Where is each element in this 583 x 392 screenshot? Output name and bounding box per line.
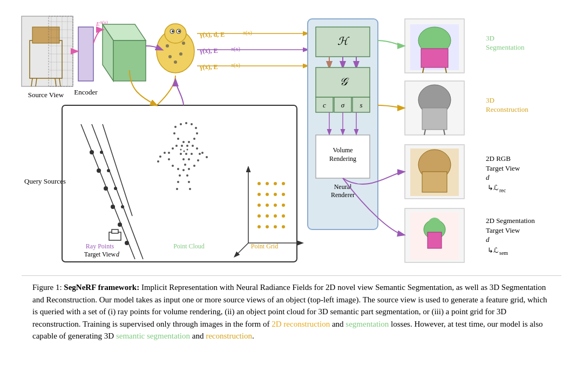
svg-point-155 (188, 158, 190, 160)
caption-green: segmentation (345, 320, 389, 328)
svg-point-32 (172, 30, 174, 32)
svg-text:2D Segmentation: 2D Segmentation (486, 217, 535, 225)
svg-point-37 (179, 52, 182, 56)
figure-caption: Figure 1: SegNeRF framework: Implicit Re… (16, 276, 567, 348)
svg-point-153 (191, 153, 193, 155)
svg-point-165 (186, 174, 188, 177)
svg-point-115 (100, 151, 103, 154)
svg-point-142 (199, 153, 201, 155)
svg-point-135 (173, 132, 175, 134)
diagram-area: Source View Encoder E π(x) (16, 11, 567, 275)
svg-point-182 (282, 193, 285, 196)
svg-point-192 (266, 225, 269, 228)
svg-text:Segmentation: Segmentation (486, 43, 525, 51)
svg-point-185 (274, 204, 277, 207)
svg-point-144 (193, 165, 195, 167)
svg-point-187 (257, 214, 261, 218)
svg-text:π(x): π(x) (231, 46, 240, 52)
svg-point-161 (206, 156, 208, 158)
svg-point-116 (107, 169, 110, 172)
svg-text:γ(x), E: γ(x), E (199, 63, 218, 71)
svg-point-148 (172, 165, 174, 167)
svg-text:Target View: Target View (486, 164, 520, 172)
svg-point-159 (157, 160, 159, 163)
page: Source View Encoder E π(x) (0, 0, 583, 359)
svg-point-151 (180, 153, 182, 155)
svg-point-175 (257, 182, 261, 185)
svg-point-166 (188, 181, 190, 183)
svg-text:Point Cloud: Point Cloud (173, 242, 205, 250)
svg-point-108 (90, 150, 94, 154)
caption-orange: 2D reconstruction (272, 320, 330, 328)
svg-text:2D RGB: 2D RGB (486, 154, 511, 163)
svg-point-110 (104, 186, 108, 191)
svg-point-169 (187, 149, 188, 151)
caption-text2: and (330, 320, 345, 328)
svg-rect-121 (112, 229, 118, 233)
svg-point-35 (182, 42, 185, 45)
svg-rect-105 (62, 105, 297, 262)
svg-point-140 (192, 145, 194, 147)
svg-point-183 (257, 204, 261, 207)
svg-rect-74 (421, 49, 448, 67)
svg-text:π(x): π(x) (100, 19, 108, 25)
caption-text5: . (252, 332, 254, 340)
svg-point-178 (282, 182, 285, 185)
svg-text:s: s (360, 101, 362, 109)
svg-text:γ(x), d, E: γ(x), d, E (199, 31, 225, 38)
svg-point-127 (185, 122, 187, 124)
svg-point-189 (274, 214, 277, 218)
svg-point-160 (201, 152, 204, 154)
svg-text:Encoder: Encoder (74, 88, 98, 96)
svg-text:Rendering: Rendering (329, 155, 356, 163)
svg-point-152 (185, 153, 187, 155)
svg-point-145 (188, 168, 190, 170)
svg-point-125 (174, 126, 177, 128)
svg-text:Volume: Volume (333, 146, 352, 154)
svg-point-118 (121, 205, 124, 208)
svg-point-194 (282, 225, 285, 228)
svg-text:↳ℒ: ↳ℒ (487, 246, 498, 254)
svg-text:sem: sem (499, 250, 508, 256)
svg-text:Renderer: Renderer (331, 191, 355, 199)
svg-point-157 (164, 152, 166, 154)
svg-text:3D: 3D (486, 34, 494, 42)
svg-point-167 (189, 188, 191, 190)
svg-point-190 (282, 214, 285, 218)
svg-rect-81 (422, 108, 447, 130)
svg-point-109 (97, 168, 101, 173)
svg-point-188 (266, 214, 269, 218)
svg-point-130 (196, 132, 198, 134)
svg-point-179 (257, 193, 261, 196)
svg-point-150 (168, 152, 170, 154)
svg-text:d: d (486, 235, 490, 244)
caption-gold: reconstruction (206, 332, 252, 340)
svg-point-186 (282, 204, 285, 207)
svg-text:Target View: Target View (84, 251, 116, 258)
svg-text:Reconstruction: Reconstruction (486, 105, 528, 113)
svg-point-129 (195, 127, 197, 129)
svg-point-33 (178, 30, 180, 32)
svg-point-164 (176, 188, 178, 190)
svg-point-126 (180, 123, 182, 125)
svg-text:Query Sources: Query Sources (24, 177, 66, 185)
svg-point-177 (274, 182, 277, 185)
svg-point-162 (179, 174, 181, 177)
svg-text:E: E (96, 21, 100, 27)
svg-point-154 (182, 158, 185, 160)
svg-point-136 (172, 147, 174, 150)
caption-green2: semantic segmentation (116, 332, 190, 340)
svg-point-134 (177, 138, 179, 140)
figure-bold: SegNeRF framework: (64, 283, 139, 292)
svg-text:Target View: Target View (486, 226, 520, 234)
svg-point-163 (177, 181, 179, 183)
svg-text:σ: σ (341, 101, 345, 109)
svg-text:d: d (116, 251, 120, 258)
svg-point-111 (111, 205, 115, 209)
svg-point-141 (196, 147, 198, 150)
svg-point-168 (180, 149, 182, 151)
svg-text:↳ℒ: ↳ℒ (487, 184, 498, 192)
svg-point-112 (118, 222, 122, 227)
svg-point-184 (266, 204, 269, 207)
svg-point-29 (165, 24, 186, 43)
